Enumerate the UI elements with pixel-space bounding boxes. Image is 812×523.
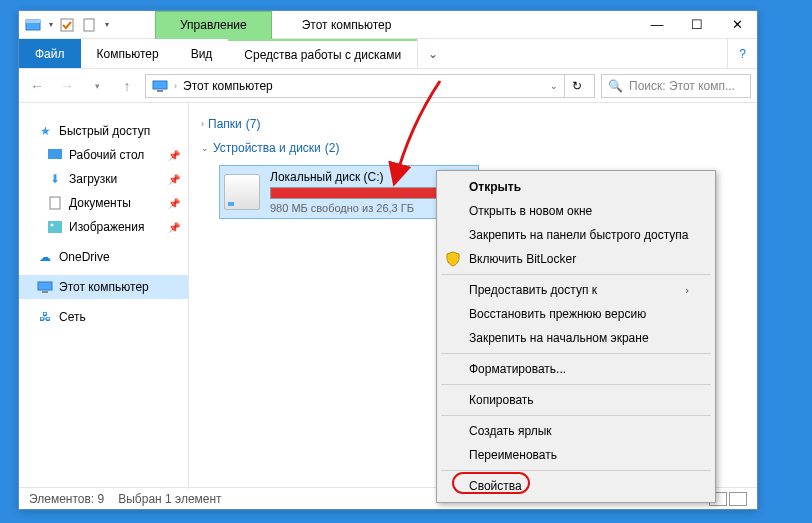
pin-icon: 📌 (168, 198, 180, 209)
svg-rect-7 (50, 197, 60, 209)
menu-separator (441, 384, 711, 385)
breadcrumb-label: Этот компьютер (183, 79, 273, 93)
menu-pin-start[interactable]: Закрепить на начальном экране (439, 326, 713, 350)
context-menu: Открыть Открыть в новом окне Закрепить н… (436, 170, 716, 503)
svg-rect-11 (42, 291, 48, 293)
sidebar-pictures[interactable]: Изображения📌 (19, 215, 188, 239)
menu-format[interactable]: Форматировать... (439, 357, 713, 381)
search-placeholder: Поиск: Этот комп... (629, 79, 735, 93)
breadcrumb[interactable]: › Этот компьютер ⌄ ↻ (145, 74, 595, 98)
breadcrumb-dropdown[interactable]: ⌄ (550, 81, 558, 91)
address-bar-row: ← → ▾ ↑ › Этот компьютер ⌄ ↻ 🔍 Поиск: Эт… (19, 69, 757, 103)
pin-icon: 📌 (168, 150, 180, 161)
up-button[interactable]: ↑ (115, 74, 139, 98)
sidebar-quick-access[interactable]: ★Быстрый доступ (19, 119, 188, 143)
sidebar: ★Быстрый доступ Рабочий стол📌 ⬇Загрузки📌… (19, 103, 189, 489)
svg-rect-6 (48, 149, 62, 159)
status-selected: Выбран 1 элемент (118, 492, 221, 506)
help-button[interactable]: ? (727, 39, 757, 68)
chevron-down-icon: ⌄ (201, 143, 209, 153)
menu-create-shortcut[interactable]: Создать ярлык (439, 419, 713, 443)
forward-button[interactable]: → (55, 74, 79, 98)
titlebar: ▾ ▾ Управление Этот компьютер — ☐ ✕ (19, 11, 757, 39)
sidebar-network[interactable]: 🖧Сеть (19, 305, 188, 329)
group-devices[interactable]: ⌄ Устройства и диски (2) (201, 141, 745, 155)
sidebar-downloads[interactable]: ⬇Загрузки📌 (19, 167, 188, 191)
app-icon (25, 17, 41, 33)
status-item-count: Элементов: 9 (29, 492, 104, 506)
pin-icon: 📌 (168, 222, 180, 233)
tab-computer[interactable]: Компьютер (81, 39, 175, 68)
chevron-right-icon: › (201, 119, 204, 129)
checkbox-icon[interactable] (59, 17, 75, 33)
minimize-button[interactable]: — (637, 11, 677, 39)
cloud-icon: ☁ (37, 249, 53, 265)
sidebar-onedrive[interactable]: ☁OneDrive (19, 245, 188, 269)
window-title: Этот компьютер (272, 18, 422, 32)
menu-open[interactable]: Открыть (439, 175, 713, 199)
picture-icon (47, 219, 63, 235)
svg-rect-5 (157, 90, 163, 92)
maximize-button[interactable]: ☐ (677, 11, 717, 39)
shield-icon (445, 251, 461, 267)
close-button[interactable]: ✕ (717, 11, 757, 39)
pin-icon: 📌 (168, 174, 180, 185)
svg-point-9 (51, 224, 54, 227)
qat-overflow[interactable]: ▾ (105, 20, 109, 29)
download-icon: ⬇ (47, 171, 63, 187)
document-icon (47, 195, 63, 211)
menu-bitlocker[interactable]: Включить BitLocker (439, 247, 713, 271)
tab-view[interactable]: Вид (175, 39, 229, 68)
history-dropdown[interactable]: ▾ (85, 74, 109, 98)
refresh-button[interactable]: ↻ (564, 74, 588, 98)
view-tiles-button[interactable] (729, 492, 747, 506)
menu-open-new-window[interactable]: Открыть в новом окне (439, 199, 713, 223)
svg-rect-10 (38, 282, 52, 290)
menu-restore-version[interactable]: Восстановить прежнюю версию (439, 302, 713, 326)
page-icon[interactable] (81, 17, 97, 33)
tab-file[interactable]: Файл (19, 39, 81, 68)
svg-rect-2 (61, 19, 73, 31)
chevron-right-icon: › (174, 81, 177, 91)
chevron-right-icon: › (685, 284, 689, 296)
menu-rename[interactable]: Переименовать (439, 443, 713, 467)
drive-icon (224, 174, 260, 210)
computer-icon (152, 78, 168, 94)
network-icon: 🖧 (37, 309, 53, 325)
menu-separator (441, 470, 711, 471)
tab-disk-tools[interactable]: Средства работы с дисками (228, 39, 417, 68)
ribbon-contextual-tab[interactable]: Управление (155, 11, 272, 39)
ribbon-expand-icon[interactable]: ⌄ (417, 39, 447, 68)
group-folders[interactable]: › Папки (7) (201, 117, 745, 131)
svg-rect-1 (26, 20, 40, 23)
search-icon: 🔍 (608, 79, 623, 93)
back-button[interactable]: ← (25, 74, 49, 98)
menu-give-access[interactable]: Предоставить доступ к› (439, 278, 713, 302)
menu-properties[interactable]: Свойства (439, 474, 713, 498)
search-input[interactable]: 🔍 Поиск: Этот комп... (601, 74, 751, 98)
qat-dropdown[interactable]: ▾ (49, 20, 53, 29)
sidebar-desktop[interactable]: Рабочий стол📌 (19, 143, 188, 167)
star-icon: ★ (37, 123, 53, 139)
menu-separator (441, 415, 711, 416)
menu-pin-quick-access[interactable]: Закрепить на панели быстрого доступа (439, 223, 713, 247)
desktop-icon (47, 147, 63, 163)
svg-rect-8 (48, 221, 62, 233)
sidebar-this-pc[interactable]: Этот компьютер (19, 275, 188, 299)
computer-icon (37, 279, 53, 295)
menu-separator (441, 353, 711, 354)
menu-copy[interactable]: Копировать (439, 388, 713, 412)
menu-separator (441, 274, 711, 275)
svg-rect-3 (84, 19, 94, 31)
svg-rect-4 (153, 81, 167, 89)
sidebar-documents[interactable]: Документы📌 (19, 191, 188, 215)
ribbon-tabs: Файл Компьютер Вид Средства работы с дис… (19, 39, 757, 69)
quick-access-toolbar: ▾ ▾ (19, 17, 115, 33)
